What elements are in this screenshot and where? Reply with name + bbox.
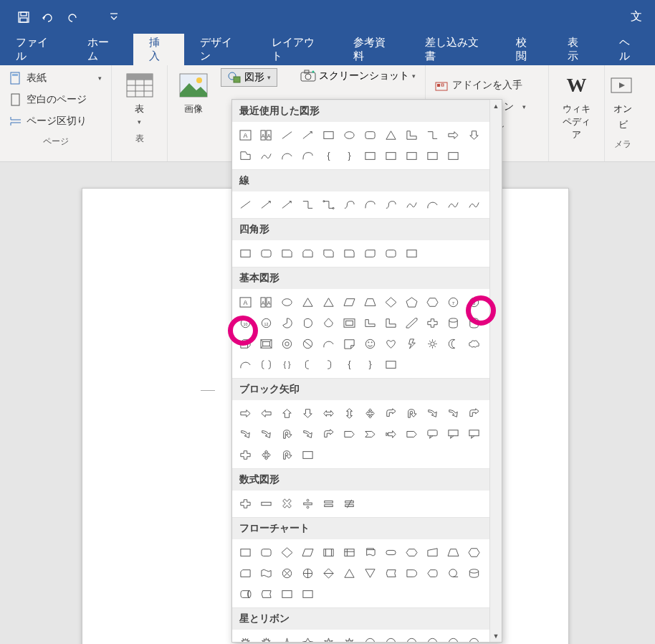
shape-item[interactable] bbox=[235, 403, 256, 424]
shape-item[interactable] bbox=[256, 542, 277, 563]
shape-item[interactable] bbox=[464, 563, 484, 584]
shape-item[interactable] bbox=[256, 354, 277, 375]
shape-item[interactable] bbox=[235, 243, 256, 264]
shape-item[interactable]: 16 bbox=[422, 633, 443, 642]
shape-item[interactable] bbox=[443, 333, 464, 354]
shape-item[interactable] bbox=[422, 194, 443, 215]
shape-item[interactable] bbox=[464, 125, 484, 146]
shape-item[interactable] bbox=[256, 633, 277, 642]
shape-item[interactable]: 10 bbox=[381, 633, 401, 642]
shape-item[interactable] bbox=[401, 542, 422, 563]
shape-item[interactable]: { bbox=[318, 146, 339, 166]
shape-item[interactable] bbox=[339, 633, 360, 642]
shape-item[interactable]: 7 bbox=[443, 292, 464, 313]
shape-item[interactable] bbox=[381, 333, 401, 354]
shape-item[interactable] bbox=[443, 146, 464, 166]
shape-item[interactable] bbox=[256, 493, 277, 514]
shape-item[interactable] bbox=[401, 125, 422, 146]
shape-item[interactable] bbox=[277, 493, 297, 514]
shape-item[interactable] bbox=[318, 313, 339, 333]
shape-item[interactable] bbox=[256, 194, 277, 215]
page-break-button[interactable]: ページ区切り bbox=[4, 111, 107, 131]
shape-item[interactable] bbox=[381, 403, 401, 424]
shape-item[interactable] bbox=[381, 194, 401, 215]
shape-item[interactable] bbox=[318, 125, 339, 146]
shape-item[interactable] bbox=[235, 542, 256, 563]
shape-item[interactable] bbox=[401, 146, 422, 166]
shape-item[interactable] bbox=[297, 403, 318, 424]
shape-item[interactable] bbox=[297, 354, 318, 375]
shape-item[interactable] bbox=[339, 194, 360, 215]
shape-item[interactable] bbox=[297, 292, 318, 313]
shape-item[interactable] bbox=[277, 563, 297, 584]
shapes-scrollbar[interactable]: ▲ ▼ bbox=[489, 100, 502, 642]
shape-item[interactable] bbox=[443, 403, 464, 424]
shape-item[interactable] bbox=[297, 584, 318, 605]
shape-item[interactable] bbox=[318, 542, 339, 563]
shape-item[interactable]: 12 bbox=[401, 633, 422, 642]
shape-item[interactable] bbox=[297, 542, 318, 563]
tab-references[interactable]: 参考資料 bbox=[338, 34, 409, 65]
shape-item[interactable] bbox=[381, 563, 401, 584]
shape-item[interactable] bbox=[318, 243, 339, 264]
shape-item[interactable] bbox=[277, 424, 297, 445]
shape-item[interactable] bbox=[318, 493, 339, 514]
tab-file[interactable]: ファイル bbox=[0, 34, 72, 65]
tab-design[interactable]: デザイン bbox=[184, 34, 256, 65]
shape-item[interactable] bbox=[339, 292, 360, 313]
redo-icon[interactable] bbox=[62, 6, 83, 28]
shape-item[interactable] bbox=[277, 313, 297, 333]
shape-item[interactable] bbox=[297, 243, 318, 264]
shape-item[interactable] bbox=[339, 424, 360, 445]
shape-item[interactable] bbox=[381, 424, 401, 445]
shape-item[interactable] bbox=[339, 313, 360, 333]
shape-item[interactable] bbox=[339, 333, 360, 354]
shape-item[interactable] bbox=[422, 563, 443, 584]
tab-view[interactable]: 表示 bbox=[552, 34, 603, 65]
shape-item[interactable] bbox=[360, 146, 381, 166]
table-button[interactable]: 表 ▾ bbox=[118, 68, 161, 128]
shape-item[interactable]: 10 bbox=[235, 313, 256, 333]
tab-review[interactable]: 校閲 bbox=[500, 34, 552, 65]
shape-item[interactable] bbox=[277, 292, 297, 313]
shape-item[interactable] bbox=[318, 633, 339, 642]
shape-item[interactable] bbox=[360, 403, 381, 424]
blank-page-button[interactable]: 空白のページ bbox=[4, 90, 107, 110]
shape-item[interactable] bbox=[360, 313, 381, 333]
shape-item[interactable] bbox=[401, 292, 422, 313]
shape-item[interactable] bbox=[422, 333, 443, 354]
shape-item[interactable] bbox=[235, 633, 256, 642]
shape-item[interactable] bbox=[297, 125, 318, 146]
shape-item[interactable] bbox=[401, 243, 422, 264]
tab-mailings[interactable]: 差し込み文書 bbox=[409, 34, 501, 65]
get-addins-button[interactable]: アドインを入手 bbox=[430, 75, 544, 95]
shape-item[interactable] bbox=[297, 313, 318, 333]
shape-item[interactable] bbox=[401, 333, 422, 354]
shape-item[interactable] bbox=[318, 292, 339, 313]
shape-item[interactable] bbox=[401, 424, 422, 445]
tab-home[interactable]: ホーム bbox=[72, 34, 133, 65]
shapes-button[interactable]: 図形 ▾ bbox=[221, 68, 277, 87]
image-button[interactable]: 画像 bbox=[172, 68, 215, 118]
shape-item[interactable]: AA bbox=[256, 292, 277, 313]
shape-item[interactable] bbox=[339, 493, 360, 514]
shape-item[interactable] bbox=[235, 333, 256, 354]
shape-item[interactable] bbox=[443, 563, 464, 584]
shape-item[interactable] bbox=[381, 542, 401, 563]
shape-item[interactable] bbox=[401, 563, 422, 584]
shape-item[interactable] bbox=[318, 563, 339, 584]
shape-item[interactable] bbox=[464, 313, 484, 333]
shape-item[interactable] bbox=[318, 194, 339, 215]
shape-item[interactable] bbox=[277, 633, 297, 642]
shape-item[interactable] bbox=[339, 403, 360, 424]
shape-item[interactable] bbox=[256, 333, 277, 354]
shape-item[interactable] bbox=[256, 445, 277, 465]
shape-item[interactable]: A bbox=[235, 292, 256, 313]
shape-item[interactable] bbox=[401, 403, 422, 424]
tab-help[interactable]: ヘル bbox=[603, 34, 655, 65]
shape-item[interactable] bbox=[256, 563, 277, 584]
shape-item[interactable] bbox=[235, 584, 256, 605]
shape-item[interactable] bbox=[443, 424, 464, 445]
tab-layout[interactable]: レイアウト bbox=[256, 34, 338, 65]
shape-item[interactable] bbox=[381, 125, 401, 146]
